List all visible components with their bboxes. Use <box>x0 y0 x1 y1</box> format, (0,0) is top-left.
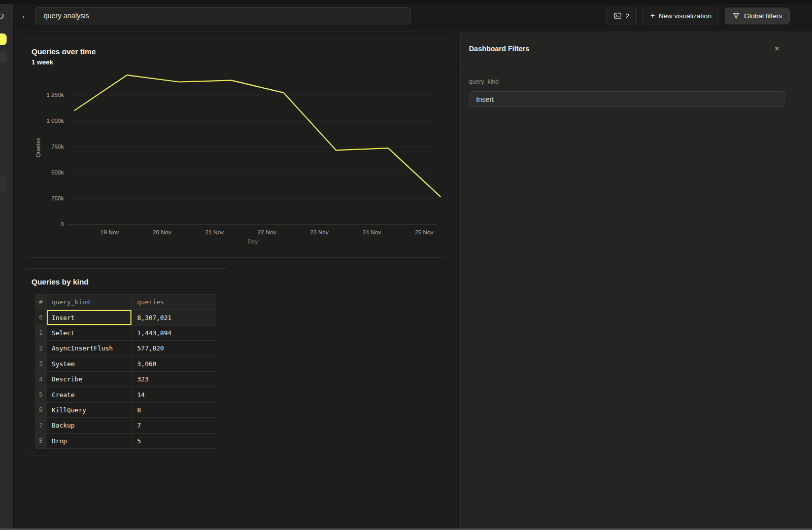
top-bar-actions: 2 + New visualization Global filters <box>606 8 790 24</box>
query-kind-cell[interactable]: Create <box>47 387 132 402</box>
dashboard-filters-panel: Dashboard Filters ✕ query_kind <box>458 32 812 530</box>
table-row[interactable]: 2AsyncInsertFlush577,820 <box>35 341 216 356</box>
global-filters-label: Global filters <box>744 12 782 20</box>
table-row[interactable]: 3System3,060 <box>35 356 216 371</box>
chart-title: Queries over time <box>31 47 439 56</box>
query-kind-cell[interactable]: Insert <box>47 310 132 325</box>
queries-value-cell[interactable]: 1,443,894 <box>132 325 216 340</box>
plus-icon: + <box>650 12 655 20</box>
row-index-cell: 8 <box>35 433 47 448</box>
svg-text:19 Nov: 19 Nov <box>100 229 119 235</box>
dashboard-canvas: Queries over time 1 week 0250k500k750k1 … <box>14 32 458 530</box>
query-kind-cell[interactable]: Describe <box>47 371 132 386</box>
table-row[interactable]: 1Select1,443,894 <box>35 325 216 340</box>
history-icon[interactable]: ↻ <box>0 10 5 21</box>
chart-subtitle: 1 week <box>31 58 439 66</box>
row-index-cell: 0 <box>35 310 47 325</box>
svg-text:500k: 500k <box>51 169 64 175</box>
console-icon <box>614 12 622 20</box>
global-filters-button[interactable]: Global filters <box>725 8 790 24</box>
line-chart: 0250k500k750k1 000k1 250k19 Nov20 Nov21 … <box>23 72 449 252</box>
table-row[interactable]: 8Drop5 <box>35 433 216 448</box>
queries-by-kind-table: # query_kind queries 0Insert8,307,0211Se… <box>35 294 216 449</box>
queries-value-cell[interactable]: 5 <box>132 433 216 448</box>
sidebar-item-active-swatch[interactable] <box>0 33 7 45</box>
table-row[interactable]: 0Insert8,307,021 <box>35 310 216 325</box>
queries-value-cell[interactable]: 8,307,021 <box>132 310 216 325</box>
window-top-edge <box>0 0 812 4</box>
table-row[interactable]: 6KillQuery8 <box>35 402 216 417</box>
table-header-row: # query_kind queries <box>35 295 216 310</box>
row-index-cell: 7 <box>35 418 47 433</box>
filters-panel-title: Dashboard Filters <box>469 45 529 53</box>
query-kind-filter-input[interactable] <box>469 91 785 107</box>
table-row[interactable]: 7Backup7 <box>35 418 216 433</box>
filters-panel-header: Dashboard Filters ✕ <box>459 32 812 53</box>
filters-panel-divider <box>459 66 812 66</box>
sidebar-item-swatch[interactable] <box>0 175 7 193</box>
svg-text:250k: 250k <box>51 195 64 201</box>
svg-text:1 250k: 1 250k <box>46 92 64 98</box>
svg-text:23 Nov: 23 Nov <box>310 229 329 235</box>
funnel-icon <box>732 12 740 20</box>
queries-value-cell[interactable]: 14 <box>132 387 216 402</box>
app-root: ↻ ← 2 + New visualization <box>0 0 812 530</box>
chart-card-header: Queries over time 1 week <box>23 39 448 66</box>
svg-text:1 000k: 1 000k <box>46 118 64 124</box>
table-title: Queries by kind <box>31 277 222 286</box>
svg-text:25 Nov: 25 Nov <box>415 229 434 235</box>
query-kind-cell[interactable]: System <box>47 356 132 371</box>
row-index-cell: 2 <box>35 341 47 356</box>
table-row[interactable]: 5Create14 <box>35 387 216 402</box>
filter-field-label: query_kind <box>469 78 499 85</box>
console-count-button[interactable]: 2 <box>606 8 637 24</box>
table-card-queries-by-kind[interactable]: Queries by kind # query_kind queries 0In… <box>23 268 230 455</box>
column-header-index: # <box>35 295 47 310</box>
column-header-queries[interactable]: queries <box>132 295 216 310</box>
row-index-cell: 6 <box>35 402 47 417</box>
sidebar-item-swatch[interactable] <box>0 51 7 63</box>
row-index-cell: 3 <box>35 356 47 371</box>
chart-card-queries-over-time[interactable]: Queries over time 1 week 0250k500k750k1 … <box>23 38 448 258</box>
query-kind-cell[interactable]: Backup <box>47 418 132 433</box>
left-sidebar-rail: ↻ <box>0 0 14 530</box>
console-count: 2 <box>626 12 630 20</box>
queries-value-cell[interactable]: 8 <box>132 402 216 417</box>
svg-text:24 Nov: 24 Nov <box>362 229 381 235</box>
row-index-cell: 1 <box>35 325 47 340</box>
svg-text:Queries: Queries <box>35 137 41 157</box>
top-bar: ← 2 + New visualization <box>14 0 812 32</box>
dashboard-title-input[interactable] <box>35 7 411 24</box>
svg-text:21 Nov: 21 Nov <box>205 229 224 235</box>
row-index-cell: 5 <box>35 387 47 402</box>
table-card-header: Queries by kind <box>23 269 230 286</box>
svg-text:20 Nov: 20 Nov <box>153 229 172 235</box>
svg-text:22 Nov: 22 Nov <box>258 229 277 235</box>
query-kind-cell[interactable]: Select <box>47 325 132 340</box>
back-button[interactable]: ← <box>18 8 33 23</box>
queries-value-cell[interactable]: 3,060 <box>132 356 216 371</box>
queries-value-cell[interactable]: 7 <box>132 418 216 433</box>
svg-text:750k: 750k <box>51 144 64 150</box>
row-index-cell: 4 <box>35 371 47 386</box>
table-row[interactable]: 4Describe323 <box>35 371 216 386</box>
svg-text:0: 0 <box>61 221 64 227</box>
svg-text:Day: Day <box>248 238 258 244</box>
queries-value-cell[interactable]: 323 <box>132 371 216 386</box>
close-icon[interactable]: ✕ <box>774 45 780 52</box>
query-kind-cell[interactable]: Drop <box>47 433 132 448</box>
column-header-query-kind[interactable]: query_kind <box>47 295 132 310</box>
queries-value-cell[interactable]: 577,820 <box>132 341 216 356</box>
new-visualization-button[interactable]: + New visualization <box>642 8 719 24</box>
new-visualization-label: New visualization <box>659 12 712 20</box>
query-kind-cell[interactable]: KillQuery <box>47 402 132 417</box>
query-kind-cell[interactable]: AsyncInsertFlush <box>47 341 132 356</box>
